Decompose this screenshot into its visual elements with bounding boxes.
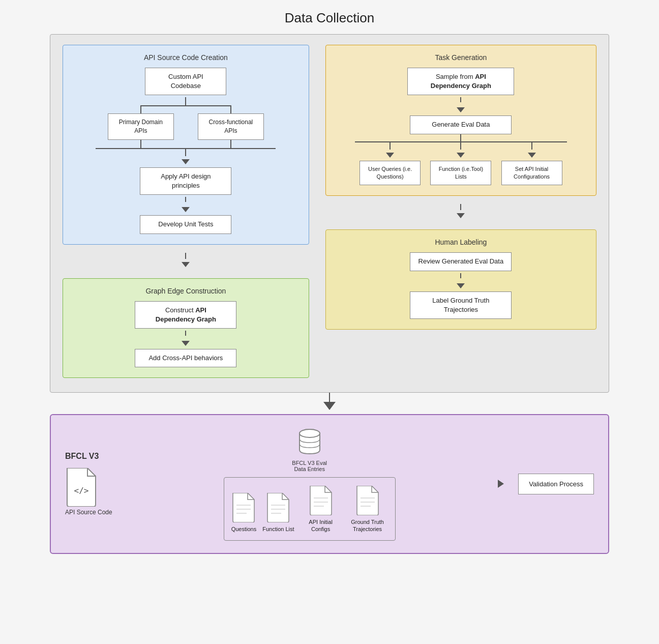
- bfcl-title: BFCL V3: [65, 452, 99, 461]
- db-icon: [295, 427, 324, 458]
- questions-doc-icon: [231, 493, 256, 522]
- data-collection-box: API Source Code Creation Custom API Code…: [50, 34, 609, 393]
- questions-label: Questions: [231, 525, 257, 533]
- human-labeling-box: Human Labeling Review Generated Eval Dat…: [325, 229, 596, 330]
- apply-api-box: Apply API design principles: [140, 167, 231, 195]
- sample-box: Sample from APIDependency Graph: [407, 68, 514, 95]
- function-list-item: Function List: [262, 493, 294, 533]
- v-line-1: [185, 97, 186, 105]
- review-box: Review Generated Eval Data: [410, 252, 512, 271]
- arrow-to-validation: [498, 480, 504, 488]
- right-merge: [186, 140, 276, 148]
- sample-bold: APIDependency Graph: [431, 73, 491, 90]
- big-arrow-down: [323, 402, 336, 410]
- arrow-to-graph: [63, 253, 309, 270]
- api-source-box: API Source Code Creation Custom API Code…: [63, 45, 309, 245]
- right-branch: Cross-functional APIs: [186, 105, 276, 140]
- h-branch: [141, 105, 231, 106]
- primary-domain-box: Primary Domain APIs: [108, 113, 174, 140]
- graph-edge-label: Graph Edge Construction: [145, 287, 226, 295]
- bfcl-left: BFCL V3 </> API Source Code: [65, 452, 121, 516]
- db-label: BFCL V3 Eval Data Entries: [289, 460, 330, 472]
- db-icon-wrap: BFCL V3 Eval Data Entries: [289, 427, 330, 472]
- task-gen-label: Task Generation: [435, 53, 487, 62]
- big-arrow-section: [50, 393, 609, 410]
- branch-left: User Queries (i.e. Questions): [355, 142, 426, 186]
- set-api-box: Set API Initial Configurations: [501, 161, 562, 186]
- ground-truth-label: Ground Truth Trajectories: [347, 518, 388, 533]
- right-column: Task Generation Sample from APIDependenc…: [325, 45, 596, 378]
- add-cross-box: Add Cross-API behaviors: [135, 349, 236, 367]
- function-list-doc-icon: [266, 493, 290, 522]
- left-column: API Source Code Creation Custom API Code…: [63, 45, 309, 378]
- generate-box: Generate Eval Data: [410, 115, 512, 134]
- function-list-label: Function List: [262, 525, 294, 533]
- arrow-to-labeling: [325, 204, 596, 221]
- validation-box: Validation Process: [518, 474, 594, 494]
- v-line-3: [185, 331, 186, 336]
- ground-truth-doc-icon: [355, 486, 380, 515]
- v-line-5: [460, 273, 461, 278]
- api-initial-label: API Initial Configs: [301, 518, 341, 533]
- api-source-label: API Source Code Creation: [144, 53, 228, 62]
- doc-items-row: Questions Function List: [224, 477, 396, 541]
- api-initial-item: API Initial Configs: [301, 486, 341, 533]
- arrow-to-generate: [457, 107, 465, 112]
- ground-truth-item: Ground Truth Trajectories: [347, 486, 388, 533]
- questions-item: Questions: [231, 493, 257, 533]
- left-branch: Primary Domain APIs: [96, 105, 186, 140]
- data-collection-inner: API Source Code Creation Custom API Code…: [63, 45, 596, 378]
- page-title: Data Collection: [285, 10, 374, 26]
- graph-edge-box: Graph Edge Construction Construct APIDep…: [63, 278, 309, 378]
- function-lists-box: Function (i.e.Tool) Lists: [430, 161, 491, 186]
- user-queries-box: User Queries (i.e. Questions): [360, 161, 421, 186]
- task-gen-box: Task Generation Sample from APIDependenc…: [325, 45, 596, 196]
- v-merge: [185, 149, 186, 156]
- svg-point-2: [299, 429, 320, 437]
- api-source-code-icon: </>: [65, 468, 98, 507]
- arrow-to-label: [457, 283, 465, 288]
- develop-unit-box: Develop Unit Tests: [140, 215, 231, 233]
- bfcl-center: BFCL V3 Eval Data Entries Questions: [135, 427, 484, 541]
- branch-mid: Function (i.e.Tool) Lists: [426, 142, 496, 186]
- bfcl-box: BFCL V3 </> API Source Code: [50, 414, 609, 554]
- arrow-to-add: [182, 341, 190, 346]
- v-line-4: [460, 97, 461, 102]
- cross-functional-box: Cross-functional APIs: [198, 113, 264, 140]
- v-split: [460, 134, 461, 141]
- v-left: [140, 105, 141, 113]
- v-line-2: [185, 197, 186, 202]
- v-right: [230, 105, 231, 113]
- arrow-to-develop: [182, 207, 190, 212]
- custom-api-box: Custom API Codebase: [145, 68, 226, 95]
- api-initial-doc-icon: [309, 486, 333, 515]
- label-box: Label Ground Truth Trajectories: [410, 291, 512, 319]
- construct-box: Construct APIDependency Graph: [135, 301, 236, 329]
- bfcl-section: BFCL V3 </> API Source Code: [50, 414, 609, 554]
- svg-text:</>: </>: [74, 486, 89, 495]
- left-merge: [96, 140, 186, 148]
- construct-bold: APIDependency Graph: [156, 306, 216, 323]
- human-labeling-label: Human Labeling: [435, 238, 487, 246]
- branch-right: Set API Initial Configurations: [496, 142, 567, 186]
- arrow-to-apply: [182, 159, 190, 164]
- api-source-code-label: API Source Code: [65, 509, 112, 516]
